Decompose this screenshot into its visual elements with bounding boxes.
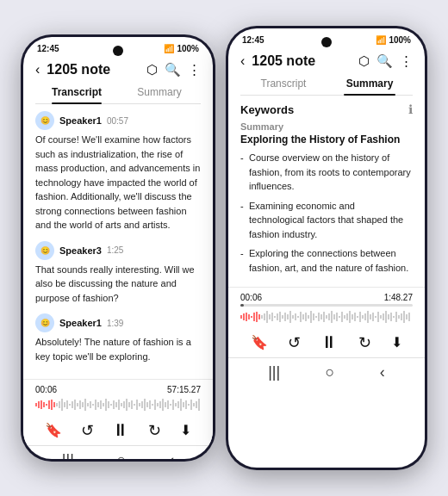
svg-rect-21 xyxy=(90,401,91,408)
search-icon-left[interactable]: 🔍 xyxy=(165,62,181,78)
notch-right xyxy=(321,37,332,47)
timestamp-1: 00:57 xyxy=(107,116,128,126)
svg-rect-98 xyxy=(328,313,330,320)
svg-rect-52 xyxy=(170,404,171,406)
rewind-button-right[interactable]: ↺ xyxy=(288,333,301,352)
message-2: 😊 Speaker3 1:25 That sounds really inter… xyxy=(35,241,201,306)
tabs-right: Transcript Summary xyxy=(240,72,413,96)
svg-rect-28 xyxy=(108,401,109,408)
summary-item-2: Examining economic and technological fac… xyxy=(240,199,413,242)
forward-button-left[interactable]: ↻ xyxy=(148,421,161,440)
back-button-right[interactable]: ‹ xyxy=(240,53,245,69)
svg-rect-54 xyxy=(175,403,177,406)
svg-rect-90 xyxy=(308,315,309,319)
menu-icon-left[interactable]: ||| xyxy=(62,451,74,459)
progress-line-right[interactable] xyxy=(240,304,413,307)
svg-rect-107 xyxy=(352,314,353,319)
search-icon-right[interactable]: 🔍 xyxy=(376,53,393,69)
svg-rect-7 xyxy=(53,402,55,407)
share-icon-left[interactable]: ⬡ xyxy=(146,62,158,78)
svg-rect-115 xyxy=(372,313,374,321)
info-icon[interactable]: ℹ xyxy=(408,102,413,116)
svg-rect-87 xyxy=(300,312,302,322)
svg-rect-103 xyxy=(341,312,343,322)
svg-rect-116 xyxy=(375,316,376,318)
pause-button-right[interactable]: ⏸ xyxy=(320,332,338,352)
svg-rect-26 xyxy=(103,403,104,406)
svg-rect-53 xyxy=(172,400,174,410)
forward-button-right[interactable]: ↻ xyxy=(358,333,371,352)
back-icon-left[interactable]: ‹ xyxy=(169,451,174,459)
svg-rect-44 xyxy=(149,400,151,409)
right-phone: 12:45 📶 100% ‹ 1205 note ⬡ 🔍 ⋮ Transcrip… xyxy=(226,26,427,470)
notch-left xyxy=(113,46,123,56)
svg-rect-2 xyxy=(40,400,42,409)
menu-icon-right[interactable]: ||| xyxy=(268,363,280,381)
keywords-row: Keywords ℹ xyxy=(240,102,413,116)
waveform-left[interactable] xyxy=(35,396,201,413)
svg-rect-85 xyxy=(295,313,296,320)
more-icon-left[interactable]: ⋮ xyxy=(188,62,201,78)
current-time-right: 00:06 xyxy=(240,293,262,302)
svg-rect-9 xyxy=(59,401,60,408)
svg-rect-125 xyxy=(398,315,400,319)
svg-rect-77 xyxy=(274,316,276,318)
tab-transcript-left[interactable]: Transcript xyxy=(35,81,118,103)
svg-rect-33 xyxy=(121,403,122,406)
signal-icon-right: 📶 xyxy=(376,35,386,45)
svg-rect-20 xyxy=(87,403,89,406)
svg-rect-78 xyxy=(277,313,278,320)
svg-rect-34 xyxy=(123,401,125,408)
svg-rect-120 xyxy=(385,311,387,323)
controls-left: 🔖 ↺ ⏸ ↻ ⬇ xyxy=(35,417,201,442)
avatar-speaker1-2: 😊 xyxy=(35,313,54,332)
current-time-left: 00:06 xyxy=(35,385,57,394)
pause-button-left[interactable]: ⏸ xyxy=(112,420,129,440)
save-button-right[interactable]: ⬇ xyxy=(391,334,402,350)
bookmark-button-right[interactable]: 🔖 xyxy=(251,334,268,350)
svg-rect-89 xyxy=(305,313,307,321)
svg-rect-23 xyxy=(95,400,96,410)
tab-summary-left[interactable]: Summary xyxy=(118,81,201,103)
svg-rect-50 xyxy=(165,402,166,407)
save-button-left[interactable]: ⬇ xyxy=(180,422,191,438)
summary-item-1: Course overview on the history of fashio… xyxy=(240,151,413,194)
rewind-button-left[interactable]: ↺ xyxy=(81,421,94,440)
svg-rect-59 xyxy=(188,404,190,406)
svg-rect-128 xyxy=(406,314,408,319)
tab-transcript-right[interactable]: Transcript xyxy=(240,72,327,95)
svg-rect-11 xyxy=(64,402,65,407)
svg-rect-82 xyxy=(287,314,289,319)
svg-rect-1 xyxy=(38,401,40,408)
time-left: 12:45 xyxy=(37,44,59,53)
svg-rect-71 xyxy=(258,314,260,319)
page-title-left: 1205 note xyxy=(47,62,140,78)
battery-left: 100% xyxy=(177,44,199,53)
more-icon-right[interactable]: ⋮ xyxy=(400,53,413,69)
svg-rect-81 xyxy=(284,313,286,321)
waveform-right[interactable] xyxy=(240,308,413,326)
home-icon-right[interactable]: ○ xyxy=(326,363,335,381)
svg-rect-119 xyxy=(383,313,384,320)
svg-rect-79 xyxy=(279,312,281,322)
svg-rect-129 xyxy=(408,313,410,321)
svg-rect-67 xyxy=(248,314,250,319)
keywords-label: Keywords xyxy=(240,103,294,116)
speaker-name-1b: Speaker1 xyxy=(59,318,102,328)
svg-rect-106 xyxy=(349,311,351,323)
svg-rect-4 xyxy=(46,404,47,406)
back-button-left[interactable]: ‹ xyxy=(35,62,40,78)
svg-rect-32 xyxy=(118,400,120,410)
summary-content-right: Keywords ℹ Summary Exploring the History… xyxy=(228,96,425,287)
bookmark-button-left[interactable]: 🔖 xyxy=(45,422,62,438)
total-time-right: 1:48.27 xyxy=(384,293,413,302)
svg-rect-3 xyxy=(43,402,45,407)
share-icon-right[interactable]: ⬡ xyxy=(358,53,370,69)
nav-bar-left: ‹ 1205 note ⬡ 🔍 ⋮ xyxy=(23,57,213,81)
tab-summary-right[interactable]: Summary xyxy=(327,72,413,95)
home-icon-left[interactable]: ○ xyxy=(117,451,127,459)
svg-rect-112 xyxy=(364,313,366,320)
svg-rect-46 xyxy=(154,400,156,410)
back-icon-right[interactable]: ‹ xyxy=(380,363,385,381)
svg-rect-117 xyxy=(377,312,379,322)
